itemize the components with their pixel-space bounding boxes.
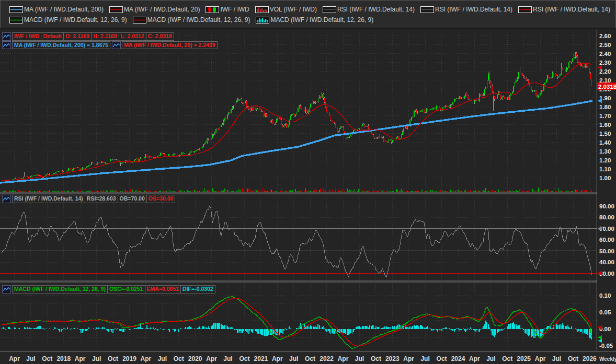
svg-text:2025: 2025 xyxy=(517,355,531,362)
svg-text:2.0318: 2.0318 xyxy=(598,84,616,90)
svg-text:Apr: Apr xyxy=(535,355,546,362)
svg-text:Jul: Jul xyxy=(355,355,364,362)
svg-text:1.80: 1.80 xyxy=(599,104,611,110)
svg-text:2019: 2019 xyxy=(122,355,136,362)
svg-text:Apr: Apr xyxy=(9,355,20,362)
svg-text:60.00: 60.00 xyxy=(599,237,614,243)
svg-text:Apr: Apr xyxy=(272,355,283,362)
svg-text:2020: 2020 xyxy=(188,355,202,362)
svg-text:1.50: 1.50 xyxy=(599,131,611,137)
svg-text:Apr: Apr xyxy=(403,355,414,362)
svg-text:Oct: Oct xyxy=(371,355,381,362)
svg-text:Jul: Jul xyxy=(223,355,232,362)
svg-text:Oct: Oct xyxy=(42,355,52,362)
svg-text:Oct: Oct xyxy=(568,355,578,362)
svg-text:1.60: 1.60 xyxy=(599,122,611,128)
svg-text:Apr: Apr xyxy=(141,355,152,362)
svg-text:40.00: 40.00 xyxy=(599,259,614,265)
svg-text:Weekly: Weekly xyxy=(599,356,616,362)
svg-text:Jul: Jul xyxy=(289,355,298,362)
svg-text:0.05: 0.05 xyxy=(599,309,611,315)
svg-text:Jul: Jul xyxy=(26,355,35,362)
svg-text:Oct: Oct xyxy=(305,355,315,362)
svg-text:1.00: 1.00 xyxy=(599,175,611,181)
svg-text:50.00: 50.00 xyxy=(599,248,614,254)
svg-text:Jul: Jul xyxy=(552,355,561,362)
svg-text:Jul: Jul xyxy=(486,355,495,362)
svg-text:2021: 2021 xyxy=(254,355,268,362)
svg-text:Oct: Oct xyxy=(437,355,447,362)
svg-text:90.00: 90.00 xyxy=(599,203,614,209)
svg-text:1.40: 1.40 xyxy=(599,139,611,146)
svg-text:Jul: Jul xyxy=(92,355,101,362)
svg-text:2.30: 2.30 xyxy=(599,60,611,66)
svg-text:Jul: Jul xyxy=(158,355,167,362)
svg-text:0.10: 0.10 xyxy=(599,292,611,299)
svg-text:Oct: Oct xyxy=(174,355,184,362)
svg-text:2018: 2018 xyxy=(56,355,71,362)
svg-text:2023: 2023 xyxy=(385,355,400,362)
svg-text:1.20: 1.20 xyxy=(599,157,611,163)
svg-text:-0.05: -0.05 xyxy=(599,343,613,349)
svg-text:1.10: 1.10 xyxy=(599,166,611,172)
svg-text:Oct: Oct xyxy=(239,355,249,362)
svg-text:80.00: 80.00 xyxy=(599,214,614,220)
svg-text:2.10: 2.10 xyxy=(599,77,611,84)
svg-text:Apr: Apr xyxy=(469,355,480,362)
svg-text:2024: 2024 xyxy=(451,355,465,362)
svg-text:Apr: Apr xyxy=(206,355,217,362)
svg-text:2026: 2026 xyxy=(583,355,597,362)
svg-text:2.40: 2.40 xyxy=(599,51,611,57)
svg-text:2.60: 2.60 xyxy=(599,33,611,39)
svg-text:1.30: 1.30 xyxy=(599,148,611,155)
svg-text:Oct: Oct xyxy=(108,355,118,362)
svg-text:2022: 2022 xyxy=(320,355,334,362)
svg-text:Apr: Apr xyxy=(75,355,86,362)
svg-text:1.70: 1.70 xyxy=(599,113,611,119)
svg-text:Jul: Jul xyxy=(420,355,429,362)
svg-text:2.50: 2.50 xyxy=(599,42,611,48)
svg-text:Apr: Apr xyxy=(338,355,349,362)
svg-text:Oct: Oct xyxy=(502,355,512,362)
